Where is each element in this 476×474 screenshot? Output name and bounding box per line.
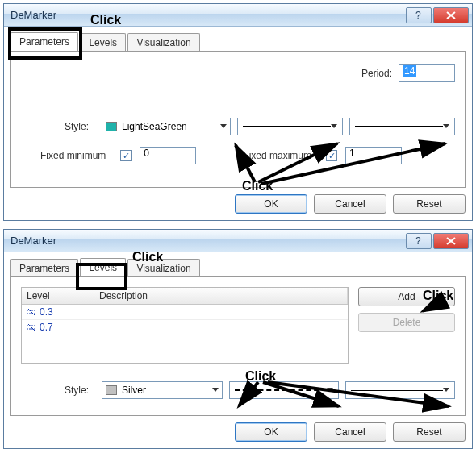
close-button[interactable] [433, 7, 469, 23]
help-button[interactable]: ? [406, 233, 432, 249]
fixed-row: Fixed minimum 0 Fixed maximum 1 [21, 147, 455, 164]
reset-button[interactable]: Reset [393, 422, 466, 442]
style-row: Style: Silver [21, 381, 455, 399]
color-name: Silver [122, 385, 146, 396]
titlebar: DeMarker ? [4, 4, 472, 27]
chevron-down-icon [331, 124, 337, 129]
cancel-button[interactable]: Cancel [314, 194, 386, 214]
period-input[interactable]: 14 [399, 64, 455, 82]
dialog-body: Parameters Levels Visualization Period: … [4, 27, 472, 220]
svg-text:?: ? [415, 236, 421, 246]
tab-parameters[interactable]: Parameters [10, 259, 78, 276]
fixed-max-label: Fixed maximum [243, 150, 311, 161]
dialog-levels: DeMarker ? Parameters Levels Visualizati… [3, 229, 473, 449]
cancel-button[interactable]: Cancel [314, 422, 386, 442]
ok-button[interactable]: OK [235, 194, 307, 214]
tab-levels[interactable]: Levels [80, 33, 126, 51]
line-width-select[interactable] [349, 118, 455, 135]
line-style-select[interactable] [237, 118, 343, 135]
window-title: DeMarker [10, 9, 404, 21]
style-label: Style: [21, 385, 89, 396]
color-select[interactable]: Silver [102, 381, 223, 399]
desc-cell [94, 305, 104, 319]
level-line-icon [27, 309, 36, 315]
line-dash-icon [235, 389, 327, 391]
add-button[interactable]: Add [358, 287, 455, 306]
chevron-down-icon [212, 388, 219, 393]
period-value: 14 [403, 65, 416, 77]
style-label: Style: [21, 121, 89, 132]
color-select[interactable]: LightSeaGreen [102, 118, 231, 135]
desc-cell [94, 320, 104, 335]
level-value: 0.3 [40, 306, 53, 318]
panel-levels: Level Description 0.3 [10, 276, 466, 416]
line-solid-icon [243, 126, 331, 127]
close-button[interactable] [433, 233, 469, 249]
level-value: 0.7 [40, 322, 53, 333]
table-row[interactable]: 0.3 [22, 305, 348, 320]
tab-visualization[interactable]: Visualization [127, 33, 199, 51]
fixed-min-label: Fixed minimum [40, 150, 106, 161]
tab-parameters[interactable]: Parameters [10, 32, 78, 51]
dialog-parameters: DeMarker ? Parameters Levels Visualizati… [3, 3, 473, 221]
panel-parameters: Period: 14 Style: LightSeaGreen [10, 51, 466, 188]
tab-strip: Parameters Levels Visualization [10, 31, 466, 51]
chevron-down-icon [220, 124, 227, 129]
table-header: Level Description [22, 288, 348, 305]
style-row: Style: LightSeaGreen [21, 118, 455, 135]
ok-button[interactable]: OK [235, 422, 307, 442]
level-cell: 0.3 [22, 305, 94, 319]
svg-text:?: ? [415, 10, 421, 20]
fixed-min-checkbox[interactable] [120, 150, 132, 161]
color-swatch-icon [106, 122, 117, 131]
level-line-icon [27, 324, 36, 331]
tab-strip: Parameters Levels Visualization [10, 257, 466, 276]
col-description[interactable]: Description [94, 288, 348, 304]
tab-levels[interactable]: Levels [80, 258, 126, 276]
reset-button[interactable]: Reset [393, 194, 466, 214]
screenshot-container: { "dialog1": { "title": "DeMarker", "tab… [3, 3, 473, 449]
tab-visualization[interactable]: Visualization [127, 259, 199, 276]
line-width-select[interactable] [345, 381, 455, 399]
levels-table: Level Description 0.3 [21, 287, 349, 364]
fixed-max-checkbox[interactable] [326, 150, 337, 161]
color-swatch-icon [106, 385, 117, 395]
button-row: OK Cancel Reset [10, 194, 466, 214]
table-row[interactable]: 0.7 [22, 320, 348, 335]
period-label: Period: [361, 68, 392, 79]
window-title: DeMarker [10, 235, 404, 247]
chevron-down-icon [327, 388, 333, 393]
chevron-down-icon [443, 388, 449, 393]
col-level[interactable]: Level [22, 288, 94, 304]
chevron-down-icon [443, 124, 449, 129]
fixed-max-input[interactable]: 1 [345, 147, 402, 164]
color-name: LightSeaGreen [122, 121, 187, 132]
line-width-icon [351, 390, 443, 391]
dialog-body: Parameters Levels Visualization Level De… [4, 252, 472, 448]
level-cell: 0.7 [22, 320, 94, 335]
delete-button: Delete [358, 313, 455, 332]
line-width-icon [355, 126, 443, 127]
titlebar: DeMarker ? [4, 230, 472, 252]
button-row: OK Cancel Reset [10, 422, 466, 442]
help-button[interactable]: ? [406, 7, 432, 23]
line-style-select[interactable] [229, 381, 339, 399]
fixed-min-input[interactable]: 0 [140, 147, 196, 164]
